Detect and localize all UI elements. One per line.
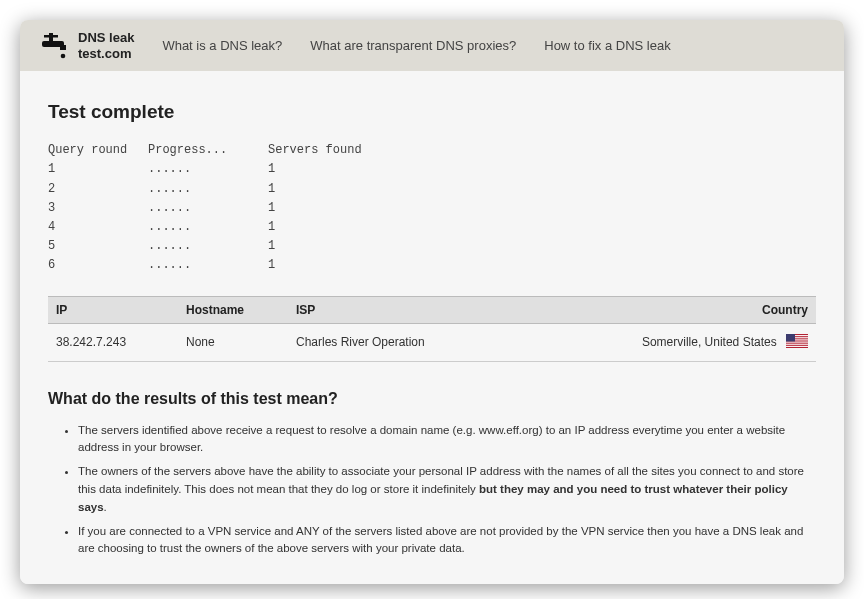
query-round: 2 (48, 180, 148, 199)
svg-rect-10 (786, 341, 808, 342)
query-progress: ...... (148, 237, 268, 256)
query-round: 5 (48, 237, 148, 256)
country-text: Somerville, United States (642, 334, 777, 348)
query-row: 4 ...... 1 (48, 218, 816, 237)
query-row: 5 ...... 1 (48, 237, 816, 256)
query-header-progress: Progress... (148, 141, 268, 160)
list-text: If you are connected to a VPN service an… (78, 525, 803, 555)
query-progress: ...... (148, 256, 268, 275)
col-ip: IP (48, 296, 178, 323)
results-table: IP Hostname ISP Country 38.242.7.243 Non… (48, 296, 816, 362)
query-row: 2 ...... 1 (48, 180, 816, 199)
query-progress-table: Query round Progress... Servers found 1 … (48, 141, 816, 275)
cell-ip: 38.242.7.243 (48, 323, 178, 361)
query-row: 6 ...... 1 (48, 256, 816, 275)
query-progress: ...... (148, 199, 268, 218)
site-logo[interactable]: DNS leak test.com (40, 30, 134, 61)
query-header-row: Query round Progress... Servers found (48, 141, 816, 160)
nav-transparent-proxies[interactable]: What are transparent DNS proxies? (310, 38, 516, 53)
us-flag-icon (786, 334, 808, 351)
query-row: 1 ...... 1 (48, 160, 816, 179)
list-item: The servers identified above receive a r… (78, 422, 816, 458)
results-header-row: IP Hostname ISP Country (48, 296, 816, 323)
svg-rect-11 (786, 343, 808, 344)
query-found: 1 (268, 180, 388, 199)
main-content: Test complete Query round Progress... Se… (20, 71, 844, 584)
list-post: . (104, 501, 107, 513)
query-header-round: Query round (48, 141, 148, 160)
cell-hostname: None (178, 323, 288, 361)
list-item: The owners of the servers above have the… (78, 463, 816, 516)
query-progress: ...... (148, 218, 268, 237)
logo-line1: DNS leak (78, 30, 134, 46)
svg-point-5 (61, 53, 66, 58)
logo-text: DNS leak test.com (78, 30, 134, 61)
query-round: 3 (48, 199, 148, 218)
col-country: Country (596, 296, 816, 323)
query-found: 1 (268, 256, 388, 275)
svg-rect-13 (786, 334, 795, 342)
query-found: 1 (268, 160, 388, 179)
query-progress: ...... (148, 180, 268, 199)
svg-rect-12 (786, 345, 808, 346)
query-found: 1 (268, 237, 388, 256)
nav-what-is-dns-leak[interactable]: What is a DNS leak? (162, 38, 282, 53)
header-bar: DNS leak test.com What is a DNS leak? Wh… (20, 20, 844, 71)
explain-list: The servers identified above receive a r… (48, 422, 816, 559)
cell-country: Somerville, United States (596, 323, 816, 361)
query-round: 6 (48, 256, 148, 275)
faucet-icon (40, 31, 72, 61)
table-row: 38.242.7.243 None Charles River Operatio… (48, 323, 816, 361)
svg-rect-4 (60, 45, 66, 50)
query-found: 1 (268, 199, 388, 218)
query-header-found: Servers found (268, 141, 388, 160)
cell-isp: Charles River Operation (288, 323, 596, 361)
query-row: 3 ...... 1 (48, 199, 816, 218)
test-complete-heading: Test complete (48, 101, 816, 123)
list-item: If you are connected to a VPN service an… (78, 523, 816, 559)
nav-how-to-fix[interactable]: How to fix a DNS leak (544, 38, 670, 53)
query-round: 4 (48, 218, 148, 237)
query-round: 1 (48, 160, 148, 179)
app-window: DNS leak test.com What is a DNS leak? Wh… (20, 20, 844, 584)
query-found: 1 (268, 218, 388, 237)
list-text: The servers identified above receive a r… (78, 424, 785, 454)
col-hostname: Hostname (178, 296, 288, 323)
col-isp: ISP (288, 296, 596, 323)
logo-line2: test.com (78, 46, 134, 62)
explain-heading: What do the results of this test mean? (48, 390, 816, 408)
query-progress: ...... (148, 160, 268, 179)
